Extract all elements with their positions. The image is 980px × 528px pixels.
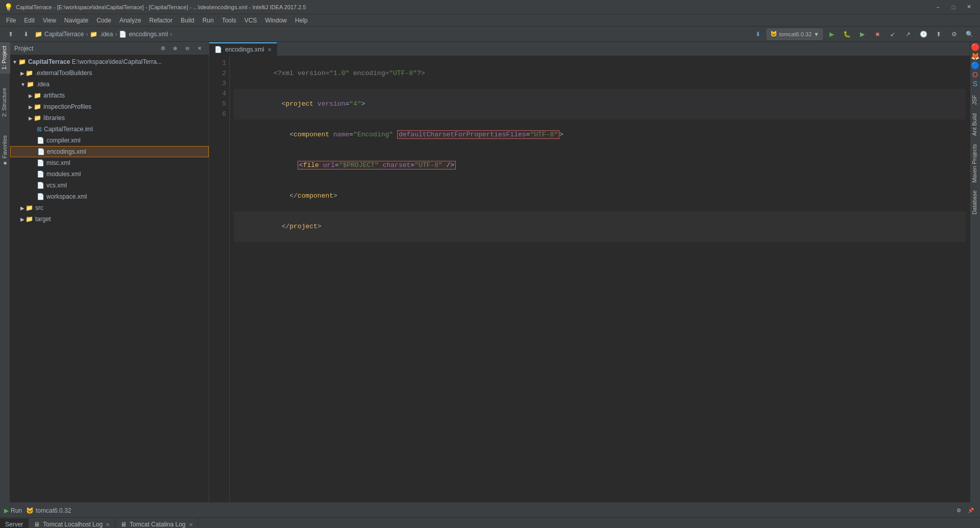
window-controls: − □ ✕ [931,0,976,14]
breadcrumb-sep2: › [115,31,117,38]
nav-forward-icon[interactable]: ⬇ [19,29,33,40]
right-tab-ant-build[interactable]: Ant Build [970,109,980,140]
sidebar-tab-structure[interactable]: 2: Structure [0,84,10,121]
menu-window[interactable]: Window [261,14,291,27]
tree-item-src[interactable]: ▶ 📁 src [10,202,209,213]
run-config-combo[interactable]: 🐱 tomcat6.0.32 ▼ [767,29,823,40]
tree-root-label: CapitalTerrace E:\workspace\idea\Capital… [28,58,162,65]
title-bar: 💡 CapitalTerrace - [E:\workspace\idea\Ca… [0,0,980,14]
menu-file[interactable]: File [2,14,20,27]
nav-back-icon[interactable]: ⬆ [4,29,17,40]
right-tab-database[interactable]: Database [970,186,980,219]
stop-button[interactable]: ■ [871,29,884,40]
menu-help[interactable]: Help [291,14,312,27]
tomcat-server-icon: 🐱 [26,507,34,514]
opera-icon[interactable]: O [972,70,978,79]
menu-analyze[interactable]: Analyze [115,14,145,27]
line-num-3: 3 [209,79,226,89]
panel-close-icon[interactable]: ✕ [194,43,205,54]
tree-root[interactable]: ▼ 📁 CapitalTerrace E:\workspace\idea\Cap… [10,56,209,67]
run-config-label: tomcat6.0.32 [779,31,812,37]
menu-run[interactable]: Run [199,14,218,27]
close-button[interactable]: ✕ [962,0,976,14]
bottom-panel-header: ▶ Run 🐱 tomcat6.0.32 ⚙ 📌 [0,503,980,518]
panel-expand-icon[interactable]: ⊕ [170,43,180,54]
chrome-icon[interactable]: 🔴 [971,43,979,51]
tomcat-catalina-close[interactable]: ✕ [189,522,193,527]
breadcrumb-sep1: › [86,31,88,38]
compiler-xml-label: compiler.xml [46,137,81,144]
menu-view[interactable]: View [39,14,60,27]
coverage-button[interactable]: ▶ [855,29,869,40]
menu-edit[interactable]: Edit [20,14,39,27]
tree-item-vcs-xml[interactable]: 📄 vcs.xml [10,180,209,191]
tree-item-misc-xml[interactable]: 📄 misc.xml [10,157,209,169]
panel-settings-run-icon[interactable]: ⚙ [953,506,964,516]
tree-item-compiler-xml[interactable]: 📄 compiler.xml [10,135,209,146]
sidebar-tab-favorites[interactable]: ★ Favorites [0,131,10,171]
tab-close-button[interactable]: ✕ [267,47,272,53]
encodings-xml-label: encodings.xml [47,148,86,155]
menu-bar: File Edit View Navigate Code Analyze Ref… [0,14,980,27]
menu-refactor[interactable]: Refactor [145,14,177,27]
ie-icon[interactable]: 🔵 [971,61,979,69]
artifacts-arrow: ▶ [29,93,33,99]
right-tab-jsf[interactable]: JSF [970,91,980,109]
firefox-icon[interactable]: 🦊 [971,52,979,60]
run-button[interactable]: ▶ [825,29,838,40]
breadcrumb-idea[interactable]: .idea [100,31,113,38]
settings-icon[interactable]: ⚙ [947,29,961,40]
tree-item-capitalterrace-iml[interactable]: ⊠ CapitalTerrace.iml [10,124,209,135]
line-num-5: 5 [209,99,226,109]
tree-item-modules-xml[interactable]: 📄 modules.xml [10,169,209,180]
revert-icon[interactable]: ↙ [886,29,899,40]
tree-item-target[interactable]: ▶ 📁 target [10,213,209,225]
safari-icon[interactable]: S [973,80,977,88]
sidebar-tab-project[interactable]: 1: Project [0,42,10,74]
project-panel-header: Project ⚙ ⊕ ⊖ ✕ [10,42,209,55]
maximize-button[interactable]: □ [946,0,961,14]
vcs-update-icon[interactable]: ⬆ [932,29,945,40]
panel-collapse-icon[interactable]: ⊖ [182,43,192,54]
panel-pin-icon[interactable]: 📌 [966,506,976,516]
project-tree: ▼ 📁 CapitalTerrace E:\workspace\idea\Cap… [10,55,209,502]
capitalterrace-iml-label: CapitalTerrace.iml [44,126,93,133]
panel-settings-icon[interactable]: ⚙ [158,43,168,54]
debug-button[interactable]: 🐛 [840,29,853,40]
history-icon[interactable]: 🕒 [917,29,930,40]
menu-vcs[interactable]: VCS [240,14,261,27]
run-icon: ▶ [4,507,9,514]
menu-code[interactable]: Code [92,14,115,27]
tree-item-externaltoolbuilders[interactable]: ▶ 📁 .externalToolBuilders [10,67,209,79]
breadcrumb-file[interactable]: encodings.xml [129,31,168,38]
right-tab-maven-projects[interactable]: Maven Projects [970,140,980,187]
artifacts-folder-icon: 📁 [34,92,41,99]
line-num-2: 2 [209,68,226,79]
code-editor[interactable]: <?xml version="1.0" encoding="UTF-8"?> <… [230,56,970,502]
menu-build[interactable]: Build [177,14,199,27]
tree-item-inspectionprofiles[interactable]: ▶ 📁 inspectionProfiles [10,101,209,112]
minimize-button[interactable]: − [931,0,945,14]
editor-tab-encodings-xml[interactable]: 📄 encodings.xml ✕ [209,42,277,56]
run-tab-server[interactable]: Server [0,518,29,528]
search-everywhere-icon[interactable]: 🔍 [963,29,976,40]
sync-icon[interactable]: ⬇ [751,29,765,40]
breadcrumb-sep3: › [170,31,172,38]
breadcrumb-project[interactable]: CapitalTerrace [44,31,84,38]
tree-item-workspace-xml[interactable]: 📄 workspace.xml [10,191,209,202]
run-tab-tomcat-localhost[interactable]: 🖥 Tomcat Localhost Log ✕ [29,518,115,528]
run-tab-tomcat-catalina[interactable]: 🖥 Tomcat Catalina Log ✕ [115,518,198,528]
app-icon: 💡 [4,3,13,11]
line-num-1: 1 [209,58,226,68]
iml-file-icon: ⊠ [37,126,42,133]
menu-navigate[interactable]: Navigate [60,14,92,27]
tree-item-idea[interactable]: ▼ 📁 .idea [10,79,209,90]
bottom-panel: ▶ Run 🐱 tomcat6.0.32 ⚙ 📌 Server 🖥 Tomcat… [0,502,980,528]
misc-xml-icon: 📄 [37,159,44,166]
tree-item-encodings-xml[interactable]: 📄 encodings.xml [10,146,209,157]
menu-tools[interactable]: Tools [218,14,240,27]
tree-item-libraries[interactable]: ▶ 📁 libraries [10,112,209,124]
update-icon[interactable]: ↗ [901,29,915,40]
tree-item-artifacts[interactable]: ▶ 📁 artifacts [10,90,209,101]
tomcat-localhost-close[interactable]: ✕ [106,522,110,527]
